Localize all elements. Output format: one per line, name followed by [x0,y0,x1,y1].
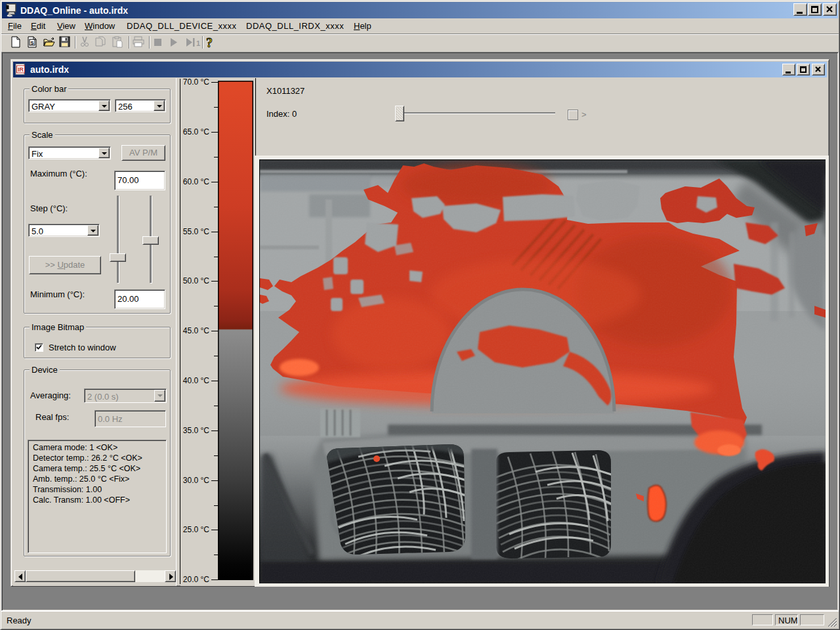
svg-text:S: S [30,40,34,46]
svg-text:55.0 °C: 55.0 °C [183,227,209,236]
svg-text:35.0 °C: 35.0 °C [183,426,209,435]
svg-text:65.0 °C: 65.0 °C [183,127,209,136]
svg-text:45.0 °C: 45.0 °C [183,326,209,335]
svg-text:1: 1 [196,39,200,47]
svg-text:30.0 °C: 30.0 °C [183,476,209,485]
svg-text:25.0 °C: 25.0 °C [183,525,209,534]
svg-text:40.0 °C: 40.0 °C [183,376,209,385]
svg-text:20.0 °C: 20.0 °C [183,575,209,584]
svg-text:70.0 °C: 70.0 °C [183,78,209,87]
svg-text:60.0 °C: 60.0 °C [183,177,209,186]
svg-text:IR: IR [18,66,24,73]
svg-text:?: ? [206,35,213,50]
svg-text:50.0 °C: 50.0 °C [183,276,209,285]
